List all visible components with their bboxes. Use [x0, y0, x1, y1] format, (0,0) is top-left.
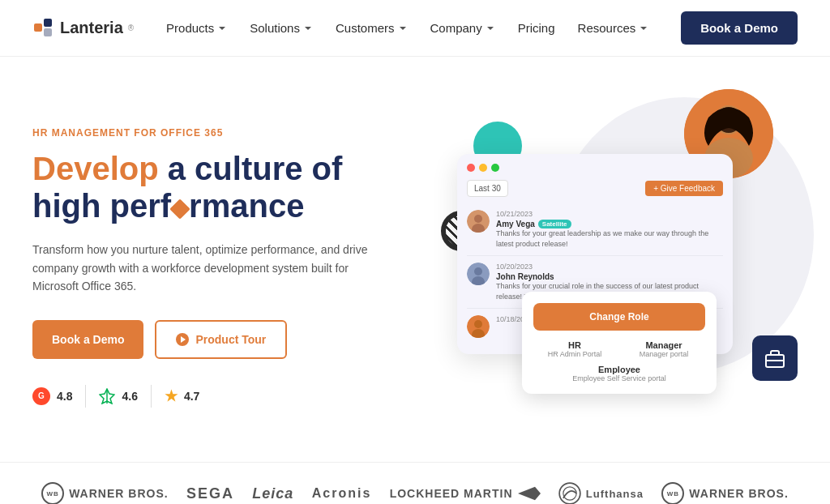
feedback-meta-1: 10/21/2023	[496, 210, 723, 218]
dot-green	[491, 164, 499, 172]
nav-company[interactable]: Company	[430, 21, 495, 35]
feedback-avatar-1	[467, 210, 490, 233]
leica-logo: Leica	[252, 485, 293, 502]
play-icon	[176, 333, 189, 346]
hero-title: Develop a culture of high perfrmance	[32, 150, 373, 224]
nav-links: Products Solutions Customers Company Pri…	[166, 21, 648, 35]
acronis-logo: Acronis	[312, 486, 372, 501]
window-dots	[467, 164, 723, 172]
nav-customers[interactable]: Customers	[336, 21, 408, 35]
book-demo-hero-button[interactable]: Book a Demo	[32, 320, 143, 359]
svg-point-16	[474, 320, 482, 328]
feedback-name-1: Amy Vega Satellite	[496, 220, 723, 229]
sega-logo: SEGA	[186, 485, 234, 502]
hero-section: HR MANAGEMENT FOR OFFICE 365 Develop a c…	[0, 57, 830, 462]
give-feedback-button[interactable]: + Give Feedback	[645, 181, 723, 196]
star-icon: ★	[165, 387, 178, 405]
rating-divider-1	[85, 385, 86, 408]
filter-button[interactable]: Last 30	[467, 180, 508, 197]
book-demo-nav-button[interactable]: Book a Demo	[681, 11, 798, 45]
capterra-rating: 4.6	[99, 388, 137, 404]
svg-rect-1	[44, 19, 52, 27]
lufthansa-icon	[558, 482, 581, 504]
capterra-icon	[99, 388, 115, 404]
navigation: Lanteria® Products Solutions Customers C…	[0, 0, 830, 57]
hero-illustration: Last 30 + Give Feedback 10/21/2023 Amy V…	[409, 105, 798, 429]
role-card: Change Role HR HR Admin Portal Manager M…	[522, 292, 717, 394]
feedback-row-1: 10/21/2023 Amy Vega Satellite Thanks for…	[467, 203, 723, 256]
feedback-meta-2: 10/20/2023	[496, 263, 723, 271]
feedback-badge-1: Satellite	[538, 220, 571, 229]
feedback-text-1: Thanks for your great leadership as we m…	[496, 229, 723, 249]
feedback-avatar-2	[467, 263, 490, 285]
star-rating: ★ 4.7	[165, 387, 199, 405]
g2-icon: G	[32, 387, 50, 405]
nav-products[interactable]: Products	[166, 21, 227, 35]
hero-buttons: Book a Demo Product Tour	[32, 320, 373, 359]
lockheed-icon	[518, 482, 541, 504]
nav-solutions[interactable]: Solutions	[250, 21, 313, 35]
svg-point-13	[474, 267, 482, 275]
logo-text: Lanteria	[60, 19, 123, 37]
logos-strip: WB WARNER BROS. SEGA Leica Acronis LOCKH…	[0, 462, 830, 504]
feedback-avatar-3	[467, 315, 490, 338]
ratings: G 4.8 4.6 ★ 4.7	[32, 385, 373, 408]
dot-red	[467, 164, 475, 172]
dot-yellow	[479, 164, 487, 172]
role-grid: HR HR Admin Portal Manager Manager porta…	[533, 340, 705, 358]
warner-bros-logo-1: WB WARNER BROS.	[41, 482, 168, 504]
nav-pricing[interactable]: Pricing	[518, 21, 555, 35]
svg-rect-0	[34, 23, 42, 32]
card-toolbar: Last 30 + Give Feedback	[467, 180, 723, 197]
logo-sup: ®	[128, 23, 134, 32]
nav-resources[interactable]: Resources	[578, 21, 649, 35]
rating-divider-2	[151, 385, 152, 408]
product-tour-button[interactable]: Product Tour	[155, 320, 287, 359]
hero-subtitle: HR MANAGEMENT FOR OFFICE 365	[32, 127, 373, 139]
svg-point-21	[563, 487, 576, 500]
change-role-button[interactable]: Change Role	[533, 303, 705, 331]
feedback-content-1: 10/21/2023 Amy Vega Satellite Thanks for…	[496, 210, 723, 249]
logo[interactable]: Lanteria®	[32, 17, 134, 40]
role-manager[interactable]: Manager Manager portal	[622, 340, 705, 358]
role-hr[interactable]: HR HR Admin Portal	[533, 340, 616, 358]
feedback-name-2: John Reynolds	[496, 272, 723, 281]
svg-rect-2	[44, 28, 52, 36]
lufthansa-logo: Lufthansa	[558, 482, 644, 504]
diamond-icon	[169, 199, 190, 219]
role-employee[interactable]: Employee Employee Self Service portal	[533, 365, 705, 382]
svg-point-20	[559, 483, 580, 504]
hero-description: Transform how you nurture talent, optimi…	[32, 241, 373, 295]
briefcase-icon	[752, 335, 798, 381]
svg-point-10	[474, 215, 482, 223]
lockheed-logo: LOCKHEED MARTIN	[390, 482, 541, 504]
g2-rating: G 4.8	[32, 387, 72, 405]
hero-left: HR MANAGEMENT FOR OFFICE 365 Develop a c…	[32, 127, 373, 407]
warner-bros-logo-2: WB WARNER BROS.	[661, 482, 788, 504]
